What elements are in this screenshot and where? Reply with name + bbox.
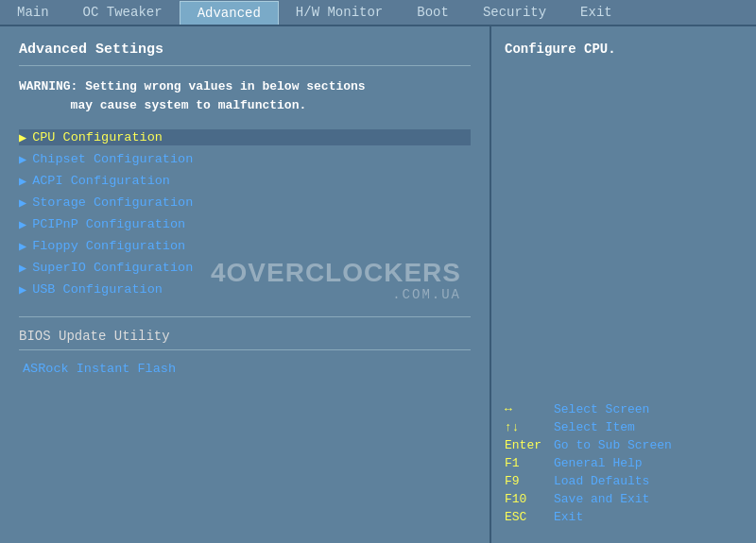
arrow-icon: ▶	[19, 195, 26, 211]
key-row: F10Save and Exit	[505, 492, 743, 506]
menu-item-label: SuperIO Configuration	[32, 261, 193, 275]
nav-item-main[interactable]: Main	[0, 1, 66, 24]
keymap: ↔Select Screen↑↓Select ItemEnterGo to Su…	[505, 402, 743, 528]
nav-item-security[interactable]: Security	[466, 1, 563, 24]
divider-bios	[19, 316, 471, 317]
menu-item-label: CPU Configuration	[32, 130, 163, 144]
nav-item-boot[interactable]: Boot	[400, 1, 466, 24]
key-desc: Exit	[554, 510, 583, 524]
key-symbol: ↔	[505, 402, 554, 416]
arrow-icon: ▶	[19, 129, 26, 145]
arrow-icon: ▶	[19, 238, 26, 254]
left-panel: Advanced Settings WARNING: Setting wrong…	[0, 26, 491, 543]
key-desc: General Help	[554, 456, 643, 470]
key-symbol: F9	[505, 474, 554, 488]
key-row: ESCExit	[505, 510, 743, 524]
bios-section-title: BIOS Update Utility	[19, 329, 471, 344]
arrow-icon: ▶	[19, 151, 26, 167]
key-desc: Load Defaults	[554, 474, 649, 488]
key-symbol: ↑↓	[505, 420, 554, 434]
key-desc: Select Item	[554, 420, 635, 434]
key-symbol: ESC	[505, 510, 554, 524]
key-symbol: F10	[505, 492, 554, 506]
key-row: F1General Help	[505, 456, 743, 470]
arrow-icon: ▶	[19, 173, 26, 189]
watermark: 4OVERCLOCKERS .COM.UA	[211, 258, 461, 302]
help-title: Configure CPU.	[505, 42, 743, 57]
menu-item-storage-configuration[interactable]: ▶Storage Configuration	[19, 195, 471, 211]
watermark-line1: 4OVERCLOCKERS	[211, 258, 461, 287]
divider-top	[19, 65, 471, 66]
watermark-line2: .COM.UA	[211, 287, 461, 302]
panel-title: Advanced Settings	[19, 42, 471, 58]
arrow-icon: ▶	[19, 260, 26, 276]
nav-item-h/w-monitor[interactable]: H/W Monitor	[279, 1, 400, 24]
key-row: EnterGo to Sub Screen	[505, 438, 743, 452]
menu-item-chipset-configuration[interactable]: ▶Chipset Configuration	[19, 151, 471, 167]
menu-item-label: Storage Configuration	[32, 195, 193, 210]
key-row: ↔Select Screen	[505, 402, 743, 416]
right-panel: Configure CPU. ↔Select Screen↑↓Select It…	[491, 26, 756, 543]
warning-text: WARNING: Setting wrong values in below s…	[19, 77, 471, 114]
key-desc: Select Screen	[554, 402, 649, 416]
nav-item-exit[interactable]: Exit	[563, 1, 629, 24]
key-row: ↑↓Select Item	[505, 420, 743, 434]
menu-item-label: Floppy Configuration	[32, 239, 185, 253]
menu-item-acpi-configuration[interactable]: ▶ACPI Configuration	[19, 173, 471, 189]
key-desc: Go to Sub Screen	[554, 438, 672, 452]
menu-item-label: ACPI Configuration	[32, 174, 170, 188]
key-desc: Save and Exit	[554, 492, 649, 506]
divider-bios2	[19, 349, 471, 350]
menu-item-cpu-configuration[interactable]: ▶CPU Configuration	[19, 129, 471, 145]
arrow-icon: ▶	[19, 281, 26, 297]
menu-item-floppy-configuration[interactable]: ▶Floppy Configuration	[19, 238, 471, 254]
key-symbol: Enter	[505, 438, 554, 452]
menu-item-label: USB Configuration	[32, 282, 163, 297]
navigation-bar: MainOC TweakerAdvancedH/W MonitorBootSec…	[0, 0, 756, 26]
asrock-instant-flash[interactable]: ASRock Instant Flash	[23, 362, 471, 376]
menu-item-pcipnp-configuration[interactable]: ▶PCIPnP Configuration	[19, 216, 471, 232]
menu-item-label: PCIPnP Configuration	[32, 217, 185, 231]
menu-item-label: Chipset Configuration	[32, 152, 193, 166]
nav-item-advanced[interactable]: Advanced	[180, 1, 279, 25]
arrow-icon: ▶	[19, 216, 26, 232]
nav-item-oc-tweaker[interactable]: OC Tweaker	[66, 1, 180, 24]
key-row: F9Load Defaults	[505, 474, 743, 488]
key-symbol: F1	[505, 456, 554, 470]
main-content: Advanced Settings WARNING: Setting wrong…	[0, 26, 756, 543]
